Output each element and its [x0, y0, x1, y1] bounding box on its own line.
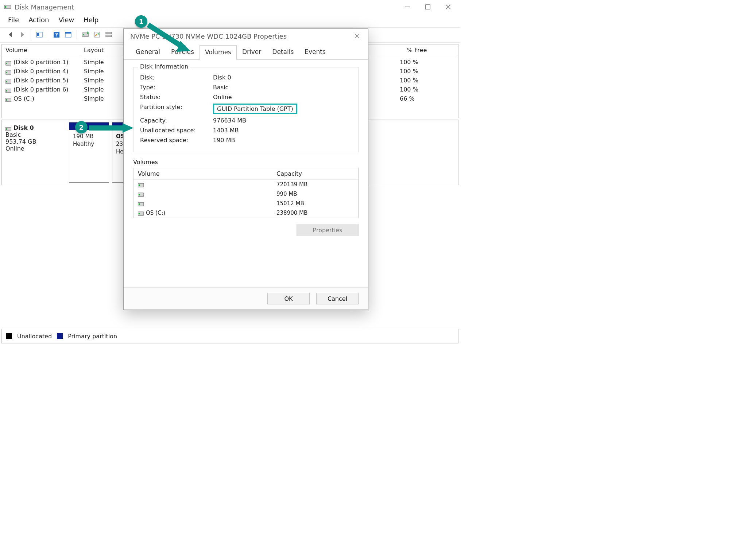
- dialog-close-button[interactable]: [351, 31, 364, 41]
- svg-rect-31: [139, 203, 140, 205]
- label-unallocated: Unallocated space:: [140, 127, 213, 134]
- dialog-volumes-section: Volumes VolumeCapacity 720139 MB990 MB15…: [133, 159, 359, 236]
- cancel-button[interactable]: Cancel: [316, 293, 359, 304]
- maximize-button[interactable]: [418, 0, 438, 14]
- dialog-tabs: General Policies Volumes Driver Details …: [124, 45, 368, 59]
- tab-driver[interactable]: Driver: [237, 45, 267, 59]
- disk-management-window: Disk Management File Action View Help ? …: [0, 0, 460, 345]
- disk-status: Online: [5, 145, 64, 152]
- dialog-volume-row[interactable]: 990 MB: [133, 189, 358, 199]
- disk-meta[interactable]: Disk 0 Basic 953.74 GB Online: [4, 122, 66, 183]
- svg-rect-15: [6, 63, 7, 64]
- disk-size: 953.74 GB: [5, 138, 64, 145]
- ok-button[interactable]: OK: [267, 293, 310, 304]
- minimize-button[interactable]: [397, 0, 418, 14]
- tab-policies[interactable]: Policies: [166, 45, 200, 59]
- tab-details[interactable]: Details: [267, 45, 299, 59]
- partition-size: 190 MB: [73, 133, 105, 140]
- volume-pct-free: 100 %: [400, 86, 454, 93]
- dialog-volume-capacity: 720139 MB: [276, 181, 307, 188]
- vol-header-volume[interactable]: Volume: [138, 170, 276, 177]
- value-partition-style: GUID Partition Table (GPT): [213, 104, 297, 114]
- value-type: Basic: [213, 84, 228, 91]
- tab-body-volumes: Disk Information Disk:Disk 0 Type:Basic …: [124, 59, 368, 241]
- value-reserved: 190 MB: [213, 137, 235, 144]
- value-disk: Disk 0: [213, 74, 231, 81]
- legend-swatch-primary: [57, 333, 63, 339]
- volume-pct-free: 100 %: [400, 59, 454, 66]
- drive-icon: [138, 182, 144, 187]
- label-disk: Disk:: [140, 74, 213, 81]
- svg-rect-21: [6, 90, 7, 92]
- volume-name: (Disk 0 partition 4): [13, 68, 68, 75]
- dialog-volume-row[interactable]: 15012 MB: [133, 199, 358, 208]
- close-button[interactable]: [438, 0, 458, 14]
- tab-general[interactable]: General: [130, 45, 166, 59]
- show-hide-console-tree-icon[interactable]: [34, 29, 45, 40]
- drive-icon: [5, 78, 11, 83]
- column-header-layout[interactable]: Layout: [80, 44, 122, 56]
- window-title: Disk Management: [15, 3, 74, 11]
- dialog-volume-capacity: 990 MB: [276, 191, 297, 197]
- tab-events[interactable]: Events: [299, 45, 331, 59]
- app-icon: [4, 4, 11, 10]
- back-button[interactable]: [5, 29, 16, 40]
- svg-rect-33: [139, 213, 140, 214]
- legend-unallocated-label: Unallocated: [17, 333, 52, 340]
- volume-name: OS (C:): [13, 95, 34, 102]
- dialog-button-row: OK Cancel: [124, 287, 368, 310]
- drive-icon: [5, 69, 11, 74]
- drive-icon: [5, 88, 11, 92]
- disk-information-group: Disk Information Disk:Disk 0 Type:Basic …: [133, 67, 359, 152]
- svg-rect-27: [139, 184, 140, 186]
- legend-swatch-unallocated: [6, 333, 12, 339]
- column-header-pct-free[interactable]: % Free: [403, 44, 458, 56]
- label-type: Type:: [140, 84, 213, 91]
- properties-button: Properties: [297, 224, 359, 236]
- help-icon[interactable]: ?: [51, 29, 62, 40]
- disk-list-icon[interactable]: [103, 29, 114, 40]
- drive-icon: [5, 60, 11, 65]
- volume-layout: Simple: [84, 77, 126, 84]
- volume-pct-free: 100 %: [400, 77, 454, 84]
- svg-rect-19: [6, 81, 7, 82]
- label-reserved: Reserved space:: [140, 137, 213, 144]
- disk-name: Disk 0: [13, 124, 34, 131]
- menubar: File Action View Help: [0, 14, 460, 27]
- svg-rect-17: [6, 72, 7, 73]
- settings-icon[interactable]: [92, 29, 102, 40]
- svg-rect-1: [5, 6, 6, 8]
- value-status: Online: [213, 94, 232, 101]
- group-title: Disk Information: [138, 63, 190, 70]
- dialog-volume-row[interactable]: 720139 MB: [133, 180, 358, 189]
- svg-rect-13: [106, 35, 112, 37]
- menu-file[interactable]: File: [8, 16, 19, 24]
- menu-help[interactable]: Help: [84, 16, 98, 24]
- volume-layout: Simple: [84, 68, 126, 75]
- column-header-volume[interactable]: Volume: [2, 44, 80, 56]
- label-partition-style: Partition style:: [140, 104, 213, 114]
- drive-icon: [138, 211, 144, 215]
- disk-partition-block[interactable]: 190 MBHealthy: [69, 122, 109, 183]
- menu-action[interactable]: Action: [28, 16, 49, 24]
- window-titlebar: Disk Management: [0, 0, 460, 14]
- forward-button[interactable]: [17, 29, 28, 40]
- disk-icon: [5, 126, 11, 130]
- vol-header-capacity[interactable]: Capacity: [276, 170, 302, 177]
- dialog-title: NVMe PC SN730 NVMe WDC 1024GB Properties: [130, 32, 287, 40]
- disk-type: Basic: [5, 131, 64, 138]
- volume-layout: Simple: [84, 59, 126, 66]
- volume-name: (Disk 0 partition 1): [13, 59, 68, 66]
- tab-volumes[interactable]: Volumes: [200, 45, 237, 60]
- refresh-icon[interactable]: [80, 29, 91, 40]
- window-list-icon[interactable]: [63, 29, 74, 40]
- dialog-volume-row[interactable]: OS (C:)238900 MB: [133, 208, 358, 218]
- value-capacity: 976634 MB: [213, 117, 246, 124]
- callout-badge-1: 1: [135, 15, 147, 28]
- svg-text:?: ?: [55, 32, 58, 38]
- callout-badge-2: 2: [75, 121, 88, 133]
- svg-rect-2: [426, 5, 430, 9]
- menu-view[interactable]: View: [59, 16, 74, 24]
- svg-rect-25: [6, 128, 7, 130]
- volume-name: (Disk 0 partition 6): [13, 86, 68, 93]
